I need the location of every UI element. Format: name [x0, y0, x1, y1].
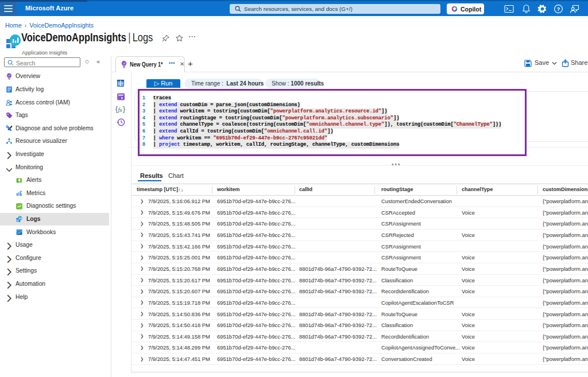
svg-text:?: ?: [557, 6, 560, 12]
svg-text:{: {: [115, 105, 118, 113]
svg-text:}: }: [123, 105, 125, 113]
svg-text:fx: fx: [118, 107, 123, 113]
